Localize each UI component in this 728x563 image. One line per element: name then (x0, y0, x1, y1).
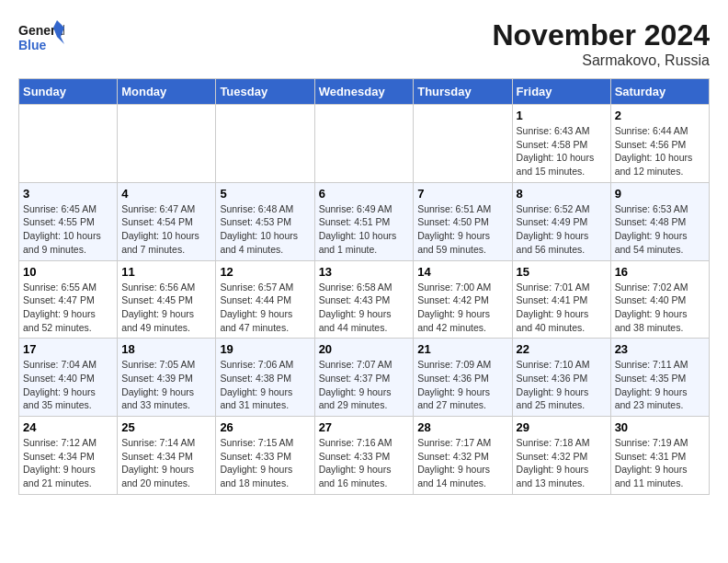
calendar-cell: 11Sunrise: 6:56 AM Sunset: 4:45 PM Dayli… (118, 260, 216, 339)
logo: General Blue (18, 18, 64, 59)
calendar-cell: 22Sunrise: 7:10 AM Sunset: 4:36 PM Dayli… (512, 339, 610, 417)
calendar-cell: 3Sunrise: 6:45 AM Sunset: 4:55 PM Daylig… (19, 182, 118, 260)
logo-icon: General Blue (18, 18, 64, 59)
calendar-cell: 30Sunrise: 7:19 AM Sunset: 4:31 PM Dayli… (610, 417, 709, 495)
day-number: 23 (615, 342, 705, 356)
calendar-week-row: 10Sunrise: 6:55 AM Sunset: 4:47 PM Dayli… (19, 260, 710, 339)
day-info: Sunrise: 6:49 AM Sunset: 4:51 PM Dayligh… (319, 202, 410, 257)
calendar-cell: 19Sunrise: 7:06 AM Sunset: 4:38 PM Dayli… (216, 339, 314, 417)
day-number: 21 (417, 342, 507, 356)
weekday-header-thursday: Thursday (414, 79, 512, 105)
day-number: 10 (23, 265, 113, 279)
calendar-cell: 27Sunrise: 7:16 AM Sunset: 4:33 PM Dayli… (314, 417, 414, 495)
calendar-cell: 20Sunrise: 7:07 AM Sunset: 4:37 PM Dayli… (314, 339, 414, 417)
calendar-cell (216, 105, 314, 183)
calendar-cell: 26Sunrise: 7:15 AM Sunset: 4:33 PM Dayli… (216, 417, 314, 495)
day-info: Sunrise: 7:10 AM Sunset: 4:36 PM Dayligh… (517, 358, 607, 412)
calendar-cell: 17Sunrise: 7:04 AM Sunset: 4:40 PM Dayli… (19, 339, 118, 417)
page-header: General Blue November 2024 Sarmakovo, Ru… (18, 18, 710, 69)
day-info: Sunrise: 7:05 AM Sunset: 4:39 PM Dayligh… (121, 358, 211, 412)
calendar-cell: 2Sunrise: 6:44 AM Sunset: 4:56 PM Daylig… (610, 105, 709, 183)
calendar-cell: 23Sunrise: 7:11 AM Sunset: 4:35 PM Dayli… (610, 339, 709, 417)
calendar-cell: 14Sunrise: 7:00 AM Sunset: 4:42 PM Dayli… (414, 260, 512, 339)
calendar-cell: 6Sunrise: 6:49 AM Sunset: 4:51 PM Daylig… (314, 182, 414, 260)
day-info: Sunrise: 6:55 AM Sunset: 4:47 PM Dayligh… (23, 281, 113, 335)
title-area: November 2024 Sarmakovo, Russia (492, 18, 710, 69)
day-info: Sunrise: 7:11 AM Sunset: 4:35 PM Dayligh… (615, 358, 705, 412)
day-number: 8 (517, 187, 607, 201)
calendar-week-row: 24Sunrise: 7:12 AM Sunset: 4:34 PM Dayli… (19, 417, 710, 495)
day-number: 2 (615, 109, 705, 122)
month-title: November 2024 (492, 18, 710, 52)
day-info: Sunrise: 7:02 AM Sunset: 4:40 PM Dayligh… (615, 281, 705, 335)
calendar-cell: 1Sunrise: 6:43 AM Sunset: 4:58 PM Daylig… (512, 105, 610, 183)
weekday-header-row: SundayMondayTuesdayWednesdayThursdayFrid… (19, 79, 710, 105)
weekday-header-wednesday: Wednesday (314, 79, 414, 105)
day-info: Sunrise: 7:17 AM Sunset: 4:32 PM Dayligh… (417, 436, 507, 490)
calendar-cell: 10Sunrise: 6:55 AM Sunset: 4:47 PM Dayli… (19, 260, 118, 339)
day-number: 18 (121, 342, 211, 356)
day-info: Sunrise: 6:44 AM Sunset: 4:56 PM Dayligh… (615, 124, 705, 178)
day-number: 9 (615, 187, 705, 201)
day-info: Sunrise: 6:51 AM Sunset: 4:50 PM Dayligh… (417, 202, 507, 257)
weekday-header-monday: Monday (118, 79, 216, 105)
day-number: 20 (319, 342, 410, 356)
calendar-cell: 8Sunrise: 6:52 AM Sunset: 4:49 PM Daylig… (512, 182, 610, 260)
day-info: Sunrise: 7:07 AM Sunset: 4:37 PM Dayligh… (319, 358, 410, 412)
day-number: 6 (319, 187, 410, 201)
day-info: Sunrise: 6:56 AM Sunset: 4:45 PM Dayligh… (121, 281, 211, 335)
calendar-cell (118, 105, 216, 183)
calendar-week-row: 1Sunrise: 6:43 AM Sunset: 4:58 PM Daylig… (19, 105, 710, 183)
day-number: 4 (121, 187, 211, 201)
calendar-cell: 28Sunrise: 7:17 AM Sunset: 4:32 PM Dayli… (414, 417, 512, 495)
day-info: Sunrise: 7:12 AM Sunset: 4:34 PM Dayligh… (23, 436, 113, 490)
day-info: Sunrise: 6:45 AM Sunset: 4:55 PM Dayligh… (23, 202, 113, 257)
calendar-cell: 13Sunrise: 6:58 AM Sunset: 4:43 PM Dayli… (314, 260, 414, 339)
day-info: Sunrise: 7:19 AM Sunset: 4:31 PM Dayligh… (615, 436, 705, 490)
day-number: 3 (23, 187, 113, 201)
day-number: 25 (121, 420, 211, 434)
calendar-cell: 15Sunrise: 7:01 AM Sunset: 4:41 PM Dayli… (512, 260, 610, 339)
calendar-cell (314, 105, 414, 183)
weekday-header-sunday: Sunday (19, 79, 118, 105)
day-info: Sunrise: 6:58 AM Sunset: 4:43 PM Dayligh… (319, 281, 410, 335)
day-info: Sunrise: 7:14 AM Sunset: 4:34 PM Dayligh… (121, 436, 211, 490)
day-number: 24 (23, 420, 113, 434)
day-info: Sunrise: 6:53 AM Sunset: 4:48 PM Dayligh… (615, 202, 705, 257)
day-number: 14 (417, 265, 507, 279)
day-number: 7 (417, 187, 507, 201)
calendar-cell: 24Sunrise: 7:12 AM Sunset: 4:34 PM Dayli… (19, 417, 118, 495)
day-info: Sunrise: 7:06 AM Sunset: 4:38 PM Dayligh… (220, 358, 310, 412)
day-number: 26 (220, 420, 310, 434)
day-number: 1 (517, 109, 607, 122)
calendar-cell: 21Sunrise: 7:09 AM Sunset: 4:36 PM Dayli… (414, 339, 512, 417)
day-number: 22 (517, 342, 607, 356)
weekday-header-friday: Friday (512, 79, 610, 105)
calendar-cell: 25Sunrise: 7:14 AM Sunset: 4:34 PM Dayli… (118, 417, 216, 495)
calendar-week-row: 17Sunrise: 7:04 AM Sunset: 4:40 PM Dayli… (19, 339, 710, 417)
day-number: 30 (615, 420, 705, 434)
calendar-cell: 7Sunrise: 6:51 AM Sunset: 4:50 PM Daylig… (414, 182, 512, 260)
day-number: 11 (121, 265, 211, 279)
day-info: Sunrise: 6:47 AM Sunset: 4:54 PM Dayligh… (121, 202, 211, 257)
day-info: Sunrise: 6:52 AM Sunset: 4:49 PM Dayligh… (517, 202, 607, 257)
day-info: Sunrise: 7:00 AM Sunset: 4:42 PM Dayligh… (417, 281, 507, 335)
day-info: Sunrise: 7:15 AM Sunset: 4:33 PM Dayligh… (220, 436, 310, 490)
day-number: 28 (417, 420, 507, 434)
weekday-header-saturday: Saturday (610, 79, 709, 105)
day-number: 15 (517, 265, 607, 279)
calendar-cell: 5Sunrise: 6:48 AM Sunset: 4:53 PM Daylig… (216, 182, 314, 260)
day-number: 17 (23, 342, 113, 356)
calendar-cell: 4Sunrise: 6:47 AM Sunset: 4:54 PM Daylig… (118, 182, 216, 260)
calendar-cell: 16Sunrise: 7:02 AM Sunset: 4:40 PM Dayli… (610, 260, 709, 339)
location: Sarmakovo, Russia (492, 52, 710, 69)
calendar-cell: 29Sunrise: 7:18 AM Sunset: 4:32 PM Dayli… (512, 417, 610, 495)
day-info: Sunrise: 7:18 AM Sunset: 4:32 PM Dayligh… (517, 436, 607, 490)
day-number: 12 (220, 265, 310, 279)
day-info: Sunrise: 7:04 AM Sunset: 4:40 PM Dayligh… (23, 358, 113, 412)
day-info: Sunrise: 7:16 AM Sunset: 4:33 PM Dayligh… (319, 436, 410, 490)
day-number: 13 (319, 265, 410, 279)
calendar-cell: 9Sunrise: 6:53 AM Sunset: 4:48 PM Daylig… (610, 182, 709, 260)
day-info: Sunrise: 6:57 AM Sunset: 4:44 PM Dayligh… (220, 281, 310, 335)
day-number: 16 (615, 265, 705, 279)
